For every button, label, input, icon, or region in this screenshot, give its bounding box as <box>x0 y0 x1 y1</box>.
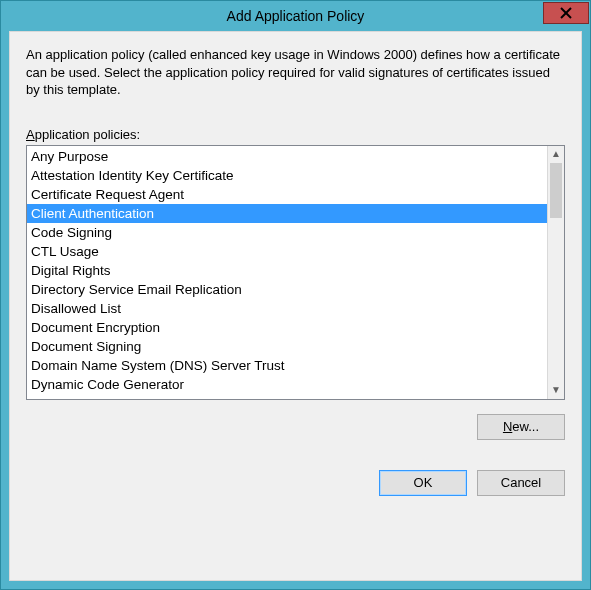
client-area: An application policy (called enhanced k… <box>9 31 582 581</box>
list-item[interactable]: Attestation Identity Key Certificate <box>27 166 547 185</box>
scroll-up-button[interactable]: ▲ <box>548 146 564 163</box>
cancel-button[interactable]: Cancel <box>477 470 565 496</box>
list-item[interactable]: Document Signing <box>27 337 547 356</box>
scroll-thumb[interactable] <box>550 163 562 218</box>
titlebar: Add Application Policy <box>1 1 590 31</box>
description-text: An application policy (called enhanced k… <box>26 46 565 99</box>
list-item[interactable]: Code Signing <box>27 223 547 242</box>
list-item[interactable]: Digital Rights <box>27 261 547 280</box>
policies-list[interactable]: Any PurposeAttestation Identity Key Cert… <box>27 146 547 399</box>
list-item[interactable]: Dynamic Code Generator <box>27 375 547 394</box>
dialog-window: Add Application Policy An application po… <box>0 0 591 590</box>
list-item[interactable]: CTL Usage <box>27 242 547 261</box>
list-item[interactable]: Disallowed List <box>27 299 547 318</box>
ok-button[interactable]: OK <box>379 470 467 496</box>
list-item[interactable]: Directory Service Email Replication <box>27 280 547 299</box>
list-item[interactable]: Client Authentication <box>27 204 547 223</box>
new-button[interactable]: New... <box>477 414 565 440</box>
scrollbar[interactable]: ▲ ▼ <box>547 146 564 399</box>
close-icon <box>560 7 572 19</box>
list-item[interactable]: Document Encryption <box>27 318 547 337</box>
close-button[interactable] <box>543 2 589 24</box>
thumb-grip-icon <box>553 187 559 194</box>
dialog-buttons: OK Cancel <box>26 470 565 496</box>
chevron-down-icon: ▼ <box>551 385 561 395</box>
new-button-row: New... <box>26 414 565 440</box>
list-item[interactable]: Certificate Request Agent <box>27 185 547 204</box>
policies-listbox[interactable]: Any PurposeAttestation Identity Key Cert… <box>26 145 565 400</box>
list-item[interactable]: Any Purpose <box>27 147 547 166</box>
list-item[interactable]: Domain Name System (DNS) Server Trust <box>27 356 547 375</box>
scroll-down-button[interactable]: ▼ <box>548 382 564 399</box>
policies-label: Application policies: <box>26 127 565 142</box>
window-title: Add Application Policy <box>227 8 365 24</box>
scroll-track[interactable] <box>548 163 564 382</box>
chevron-up-icon: ▲ <box>551 149 561 159</box>
